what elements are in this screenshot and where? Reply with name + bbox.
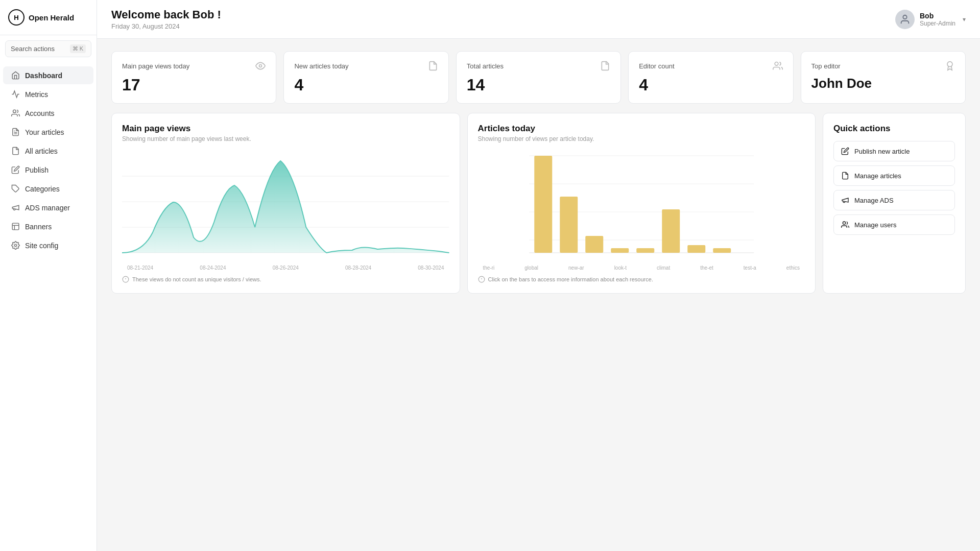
users-qa-icon (841, 221, 849, 229)
bar-chart-footer-text: Click on the bars to access more informa… (488, 276, 653, 282)
page-date: Friday 30, August 2024 (111, 22, 221, 30)
sidebar-item-your-articles[interactable]: Your articles (3, 123, 93, 141)
bar-label-3: look-t (614, 265, 627, 271)
stat-value: 14 (467, 76, 610, 94)
bar-label-6: test-a (744, 265, 756, 271)
sidebar: H Open Herald Search actions ⌘ K Dashboa… (0, 0, 97, 551)
info-icon (478, 276, 485, 283)
btn-label: Publish new article (854, 148, 910, 155)
stat-card-editor-count: Editor count 4 (628, 51, 793, 104)
chevron-down-icon: ▾ (963, 16, 966, 23)
bar-test-a[interactable] (687, 245, 705, 253)
bar-ethics[interactable] (713, 248, 731, 253)
megaphone-qa-icon (841, 196, 849, 204)
sidebar-item-site-config[interactable]: Site config (3, 236, 93, 254)
eye-icon (255, 61, 266, 71)
btn-label: Manage ADS (854, 197, 894, 204)
sidebar-item-label: Dashboard (25, 71, 62, 80)
chart-x-label-2: 08-26-2024 (273, 265, 299, 271)
stat-value: 4 (294, 76, 438, 94)
bar-chart-svg (478, 151, 805, 263)
chart-x-label-3: 08-28-2024 (345, 265, 371, 271)
chart-x-label-1: 08-24-2024 (200, 265, 226, 271)
bar-label-4: climat (657, 265, 670, 271)
search-actions-btn[interactable]: Search actions ⌘ K (5, 40, 91, 57)
users-count-icon (773, 61, 783, 71)
user-details: Bob Super-Admin (920, 12, 955, 27)
house-icon (11, 71, 20, 80)
stat-label: Editor count (639, 62, 674, 70)
charts-row: Main page views Showing number of main p… (111, 113, 966, 294)
quick-actions-title: Quick actions (833, 124, 955, 134)
bar-global[interactable] (560, 197, 578, 253)
bar-climat[interactable] (636, 248, 654, 253)
stat-card-top-editor: Top editor John Doe (801, 51, 966, 104)
search-kbd: ⌘ K (70, 44, 86, 53)
logo-area[interactable]: H Open Herald (0, 0, 97, 35)
edit-icon (11, 165, 20, 174)
nav-menu: Dashboard Metrics Accounts Your articles… (0, 62, 97, 258)
user-avatar-icon (899, 14, 911, 25)
articles-today-chart: Articles today Showing number of views p… (467, 113, 816, 294)
stat-card-main-page-views: Main page views today 17 (111, 51, 276, 104)
info-icon (122, 276, 129, 283)
svg-point-9 (259, 65, 262, 67)
logo-icon: H (8, 9, 25, 26)
sidebar-item-label: Banners (25, 223, 52, 231)
files-icon (11, 147, 20, 155)
bar-label-0: the-ri (483, 265, 495, 271)
sidebar-item-label: ADS manager (25, 204, 70, 212)
sidebar-item-categories[interactable]: Categories (3, 180, 93, 198)
bar-label-2: new-ar (568, 265, 584, 271)
user-menu[interactable]: Bob Super-Admin ▾ (895, 10, 966, 29)
stat-card-total-articles: Total articles 14 (456, 51, 621, 104)
manage-users-button[interactable]: Manage users (833, 214, 955, 235)
sidebar-item-label: Publish (25, 166, 49, 174)
sidebar-item-label: Site config (25, 242, 58, 250)
edit-qa-icon (841, 147, 849, 155)
bar-the-et[interactable] (662, 209, 680, 253)
stat-card-new-articles: New articles today 4 (283, 51, 448, 104)
bar-the-ri[interactable] (534, 156, 552, 253)
sidebar-item-ads-manager[interactable]: ADS manager (3, 199, 93, 217)
main-page-views-chart: Main page views Showing number of main p… (111, 113, 460, 294)
chart-x-label-0: 08-21-2024 (127, 265, 153, 271)
sidebar-item-all-articles[interactable]: All articles (3, 142, 93, 160)
sidebar-item-banners[interactable]: Banners (3, 218, 93, 235)
header: Welcome back Bob ! Friday 30, August 202… (97, 0, 980, 39)
manage-ads-button[interactable]: Manage ADS (833, 190, 955, 210)
award-icon (945, 61, 955, 71)
dashboard-content: Main page views today 17 New articles to… (97, 39, 980, 551)
svg-point-8 (903, 15, 906, 18)
sidebar-item-dashboard[interactable]: Dashboard (3, 66, 93, 84)
svg-point-10 (775, 62, 778, 66)
sidebar-item-publish[interactable]: Publish (3, 161, 93, 179)
manage-articles-button[interactable]: Manage articles (833, 165, 955, 186)
sidebar-item-metrics[interactable]: Metrics (3, 85, 93, 103)
svg-point-0 (13, 110, 16, 113)
main-content: Welcome back Bob ! Friday 30, August 202… (97, 0, 980, 551)
publish-new-article-button[interactable]: Publish new article (833, 141, 955, 161)
stat-label: Main page views today (122, 62, 189, 70)
sidebar-item-accounts[interactable]: Accounts (3, 104, 93, 122)
file-icon (428, 61, 438, 71)
chart-subtitle: Showing number of main page views last w… (122, 135, 449, 142)
stat-value: 17 (122, 76, 266, 94)
chart-footer: These views do not count as unique visit… (122, 276, 449, 283)
btn-label: Manage articles (854, 172, 901, 180)
settings-icon (11, 241, 20, 250)
user-role: Super-Admin (920, 20, 955, 27)
bar-label-5: the-et (700, 265, 713, 271)
avatar (895, 10, 915, 29)
bar-label-7: ethics (786, 265, 800, 271)
quick-actions-panel: Quick actions Publish new article Manage… (823, 113, 966, 294)
bar-look-t[interactable] (611, 248, 629, 253)
chart-line-icon (11, 90, 20, 99)
bar-new-ar[interactable] (585, 236, 603, 253)
tag-icon (11, 184, 20, 193)
area-chart (122, 151, 449, 263)
btn-label: Manage users (854, 221, 896, 229)
bar-label-1: global (524, 265, 538, 271)
sidebar-item-label: All articles (25, 147, 58, 155)
bar-chart[interactable] (478, 151, 805, 263)
